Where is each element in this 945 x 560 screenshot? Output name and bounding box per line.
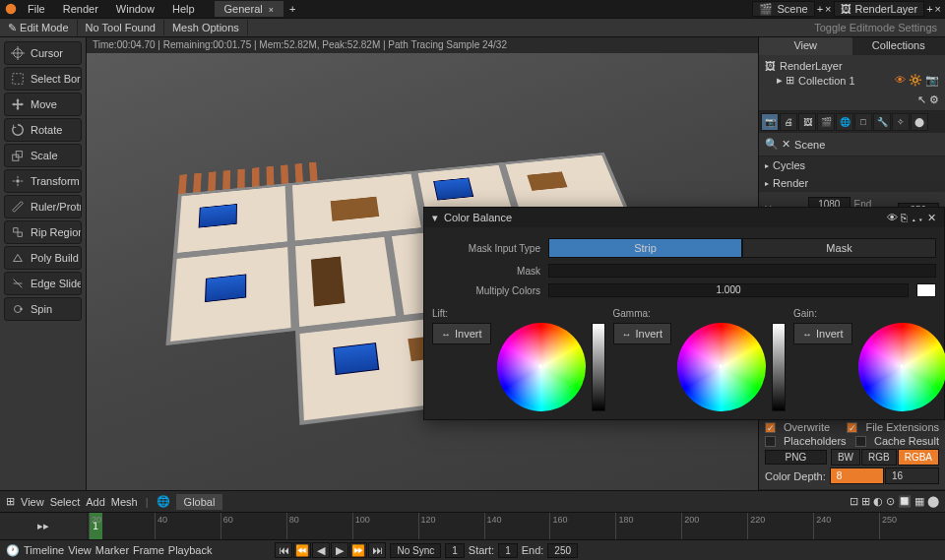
- multiply-slider[interactable]: 1.000: [548, 283, 909, 297]
- menu-file[interactable]: File: [20, 1, 53, 17]
- filter-icon[interactable]: ⚙: [929, 93, 939, 105]
- renderlayer-selector[interactable]: 🖼 RenderLayer: [834, 1, 925, 17]
- color-balance-popup[interactable]: ▾ Color Balance 👁 ⎘ ▴▾ ✕ Mask Input Type…: [423, 207, 945, 420]
- keyframe-next[interactable]: ⏩: [349, 542, 367, 558]
- svg-point-0: [6, 4, 17, 15]
- depth16[interactable]: 16: [885, 467, 939, 484]
- editmode-settings[interactable]: Toggle Editmode Settings: [806, 20, 945, 35]
- lift-wheel[interactable]: [497, 323, 586, 411]
- prop-scene-icon[interactable]: 🎬: [817, 113, 835, 131]
- mask-mask-btn[interactable]: Mask: [742, 238, 936, 258]
- hdr-mesh[interactable]: Mesh: [111, 496, 138, 508]
- tool-spin[interactable]: Spin: [4, 297, 82, 321]
- tool-move[interactable]: Move: [4, 93, 82, 116]
- depth8[interactable]: 8: [830, 467, 884, 484]
- outliner[interactable]: 🖼 RenderLayer ▸ ⊞ Collection 1 👁 🔆 📷 ↖ ⚙: [759, 55, 945, 111]
- tool-cursor[interactable]: Cursor: [4, 41, 82, 65]
- prop-physics-icon[interactable]: ⬤: [911, 113, 928, 131]
- color-swatch[interactable]: [916, 283, 936, 297]
- overwrite-check[interactable]: [765, 422, 776, 433]
- gamma-value[interactable]: [772, 323, 786, 411]
- mask-field[interactable]: [548, 264, 936, 278]
- hdr-add[interactable]: Add: [86, 496, 105, 508]
- prop-render-icon[interactable]: 📷: [761, 113, 779, 131]
- tl-frame[interactable]: Frame: [133, 544, 164, 556]
- tool-transform[interactable]: Transform: [4, 169, 82, 193]
- play-reverse[interactable]: ◀: [312, 542, 330, 558]
- engine-header[interactable]: Cycles: [759, 156, 945, 174]
- prop-object-icon[interactable]: □: [854, 113, 872, 131]
- tl-view[interactable]: View: [68, 544, 92, 556]
- orientation-icon[interactable]: 🌐: [157, 495, 170, 508]
- menu-render[interactable]: Render: [55, 1, 106, 17]
- bw-btn[interactable]: BW: [831, 449, 860, 466]
- lift-invert[interactable]: ↔ Invert: [432, 323, 491, 344]
- gain-invert[interactable]: ↔ Invert: [793, 323, 852, 344]
- format-select[interactable]: PNG: [765, 450, 827, 465]
- close-icon[interactable]: ×: [269, 5, 274, 15]
- popup-pin-icon[interactable]: 👁 ⎘ ▴▾ ✕: [887, 212, 936, 224]
- outliner-tab-view[interactable]: View: [759, 37, 852, 55]
- gain-wheel[interactable]: [858, 323, 945, 411]
- timeline-editor-icon[interactable]: 🕐: [6, 544, 20, 557]
- sync-mode[interactable]: No Sync: [390, 543, 441, 558]
- prop-layer-icon[interactable]: 🖼: [798, 113, 816, 131]
- overlay-icons[interactable]: ⊡ ⊞ ◐ ⊙ 🔲 ▦ ⬤: [850, 495, 939, 508]
- menu-help[interactable]: Help: [164, 1, 203, 17]
- tool-rip-region[interactable]: Rip Region: [4, 220, 82, 244]
- outliner-collection[interactable]: Collection 1: [798, 75, 854, 87]
- start-frame[interactable]: 1: [498, 543, 518, 558]
- add-workspace[interactable]: +: [289, 3, 295, 15]
- restriction-icons[interactable]: 👁 🔆 📷: [895, 74, 939, 87]
- remove-layer[interactable]: ×: [935, 3, 941, 15]
- gamma-invert[interactable]: ↔ Invert: [613, 323, 672, 344]
- prop-modifier-icon[interactable]: 🔧: [873, 113, 891, 131]
- add-layer[interactable]: +: [926, 3, 932, 15]
- prop-particle-icon[interactable]: ✧: [892, 113, 910, 131]
- mode-selector[interactable]: ✎ Edit Mode: [0, 20, 78, 36]
- scene-selector[interactable]: 🎬 Scene: [752, 1, 814, 17]
- jump-start[interactable]: ⏮: [275, 542, 292, 558]
- remove-scene[interactable]: ×: [825, 3, 831, 15]
- outliner-tab-collections[interactable]: Collections: [852, 37, 946, 55]
- play[interactable]: ▶: [331, 542, 348, 558]
- hdr-select[interactable]: Select: [50, 496, 81, 508]
- fileext-check[interactable]: [847, 422, 857, 433]
- prop-output-icon[interactable]: 🖨: [780, 113, 797, 131]
- tl-marker[interactable]: Marker: [95, 544, 129, 556]
- placeholder-check[interactable]: [765, 436, 776, 447]
- tool-rotate[interactable]: Rotate: [4, 118, 82, 142]
- tool-status: No Tool Found: [78, 20, 164, 35]
- tool-scale[interactable]: Scale: [4, 144, 82, 167]
- mesh-options[interactable]: Mesh Options: [164, 20, 248, 35]
- popup-collapse-icon[interactable]: ▾: [432, 212, 438, 224]
- mask-strip-btn[interactable]: Strip: [548, 238, 742, 258]
- end-frame-field[interactable]: 250: [547, 543, 578, 558]
- prop-world-icon[interactable]: 🌐: [836, 113, 853, 131]
- gamma-wheel[interactable]: [677, 323, 766, 411]
- menu-window[interactable]: Window: [108, 1, 162, 17]
- tool-poly-build[interactable]: Poly Build: [4, 246, 82, 270]
- tool-select-border[interactable]: Select Border: [4, 67, 82, 91]
- editor-type-icon[interactable]: ⊞: [6, 495, 15, 508]
- add-scene[interactable]: +: [817, 3, 823, 15]
- tool-ruler[interactable]: Ruler/Protrac...: [4, 195, 82, 218]
- tool-edge-slide[interactable]: Edge Slide: [4, 272, 82, 295]
- jump-end[interactable]: ⏭: [368, 542, 386, 558]
- tl-playback[interactable]: Playback: [168, 544, 213, 556]
- rgb-btn[interactable]: RGB: [861, 449, 897, 466]
- timeline-channels[interactable]: ▸▸: [0, 513, 87, 539]
- properties-tabs: 📷 🖨 🖼 🎬 🌐 □ 🔧 ✧ ⬤: [759, 111, 945, 133]
- workspace-tab[interactable]: General×: [215, 1, 284, 17]
- render-header[interactable]: Render: [759, 174, 945, 192]
- lift-value[interactable]: [592, 323, 605, 411]
- scene-name[interactable]: Scene: [794, 139, 825, 151]
- outliner-root[interactable]: RenderLayer: [780, 60, 843, 72]
- hdr-view[interactable]: View: [21, 496, 44, 508]
- orientation[interactable]: Global: [176, 494, 223, 510]
- keyframe-prev[interactable]: ⏪: [293, 542, 311, 558]
- rgba-btn[interactable]: RGBA: [898, 449, 939, 466]
- timeline[interactable]: ▸▸ 1 20406080100120140160180200220240250: [0, 512, 945, 539]
- cache-check[interactable]: [855, 436, 866, 447]
- current-frame[interactable]: 1: [445, 543, 465, 558]
